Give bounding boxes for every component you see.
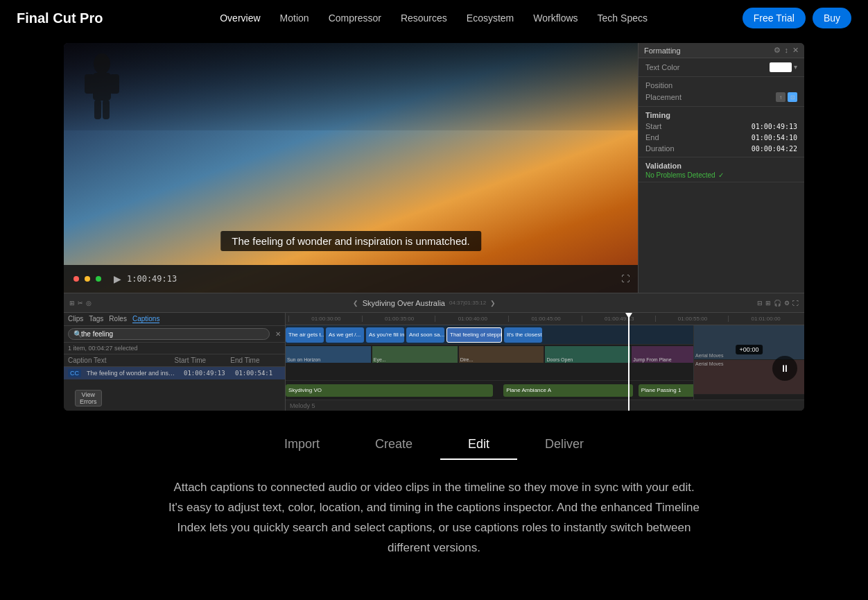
fullscreen-icon[interactable]: ⛶ xyxy=(621,274,630,284)
clip-3[interactable]: As you're fill in... xyxy=(366,327,404,343)
tab-edit[interactable]: Edit xyxy=(440,430,517,460)
settings-icon[interactable]: ⚙ xyxy=(784,300,790,307)
inspector-panel: Formatting ⚙ ↕ ✕ Text Color ▾ xyxy=(638,43,804,293)
clip-1[interactable]: The air gets t... xyxy=(286,327,324,343)
zoom-icon[interactable]: ⊟ xyxy=(757,300,763,307)
index-search-input[interactable] xyxy=(68,328,270,340)
end-value[interactable]: 01:00:54:10 xyxy=(752,134,797,142)
index-header-row: Caption Text Start Time End Time xyxy=(64,354,285,367)
chevron-right-icon[interactable]: ❯ xyxy=(490,300,496,307)
duration-value[interactable]: 00:00:04:22 xyxy=(752,145,797,153)
ruler-mark-4: 01:00:45:00 xyxy=(508,316,582,322)
video-preview: The feeling of wonder and inspiration is… xyxy=(64,43,638,293)
svg-rect-4 xyxy=(94,100,101,119)
thumb-2: Eye... xyxy=(372,346,458,363)
inspector-icon-1[interactable]: ⚙ xyxy=(774,46,781,55)
caption-icon: CC xyxy=(68,369,81,377)
placement-row: Placement ↑ ⊡ xyxy=(645,91,797,103)
clip-2[interactable]: As we get /... xyxy=(326,327,364,343)
close-dot[interactable] xyxy=(73,276,79,282)
svg-point-0 xyxy=(94,53,110,74)
timeline-index: Clips Tags Roles Captions 🔍 ✕ 1 item, 00… xyxy=(64,313,286,411)
placement-icon-1[interactable]: ↑ xyxy=(776,92,785,102)
end-row: End 01:00:54:10 xyxy=(645,132,797,143)
inspector-icon-3[interactable]: ✕ xyxy=(792,46,799,55)
timeline-window-controls: ⊞ ✂ ◎ xyxy=(69,300,92,307)
search-row: 🔍 ✕ xyxy=(64,326,285,343)
caption-start-cell: 01:00:49:13 xyxy=(184,370,229,377)
clip-5-selected[interactable]: That feeling of stepping out of... xyxy=(446,327,502,343)
play-pause-button[interactable]: ⏸ xyxy=(772,356,797,381)
playhead[interactable] xyxy=(628,313,630,411)
nav-link-compressor[interactable]: Compressor xyxy=(329,12,381,24)
nav-link-resources[interactable]: Resources xyxy=(401,12,447,24)
headphones-icon[interactable]: 🎧 xyxy=(774,300,781,307)
tab-clips[interactable]: Clips xyxy=(68,315,83,323)
nav-link-motion[interactable]: Motion xyxy=(280,12,309,24)
clip-6[interactable]: It's the closest to weightlessness... xyxy=(504,327,542,343)
svg-rect-2 xyxy=(85,74,94,94)
nav-link-overview[interactable]: Overview xyxy=(220,12,260,24)
timeline-icon-1[interactable]: ⊞ xyxy=(69,300,75,307)
time-badge: +00:00 xyxy=(736,345,763,354)
placement-icon-2[interactable]: ⊡ xyxy=(788,92,797,102)
view-errors-button[interactable]: View Errors xyxy=(75,390,102,406)
preview-dark-overlay xyxy=(64,43,638,130)
nav-link-workflows[interactable]: Workflows xyxy=(533,12,578,24)
tab-deliver[interactable]: Deliver xyxy=(517,430,611,460)
col-end-time: End Time xyxy=(230,357,281,364)
buy-button[interactable]: Buy xyxy=(813,8,851,28)
search-icon: 🔍 xyxy=(73,330,82,338)
timeline-area: ⊞ ✂ ◎ ❮ Skydiving Over Australia 04:37|0… xyxy=(64,293,804,411)
tab-tags[interactable]: Tags xyxy=(89,315,103,323)
inspector-validation-section: Validation No Problems Detected ✓ xyxy=(639,157,804,182)
free-trial-button[interactable]: Free Trial xyxy=(743,8,806,28)
ruler-mark-3: 01:00:40:00 xyxy=(435,316,508,322)
inspector-icon-2[interactable]: ↕ xyxy=(785,46,789,55)
duration-row: Duration 00:00:04:22 xyxy=(645,143,797,154)
placement-icons: ↑ ⊡ xyxy=(776,92,797,102)
start-value[interactable]: 01:00:49:13 xyxy=(752,123,797,130)
play-icon[interactable]: ▶ xyxy=(114,273,121,284)
tab-create[interactable]: Create xyxy=(347,430,440,460)
tab-import[interactable]: Import xyxy=(257,430,347,460)
color-dropdown-icon[interactable]: ▾ xyxy=(794,63,797,71)
color-swatch[interactable]: ▾ xyxy=(770,62,797,72)
tab-roles[interactable]: Roles xyxy=(109,315,127,323)
nav-link-ecosystem[interactable]: Ecosystem xyxy=(467,12,514,24)
figure-silhouette xyxy=(78,50,126,119)
thumb-4: Doors Open xyxy=(545,346,631,363)
clip-4[interactable]: And soon sa... xyxy=(406,327,444,343)
zoom-in-icon[interactable]: ⊞ xyxy=(765,300,771,307)
start-label: Start xyxy=(645,122,661,130)
svg-rect-5 xyxy=(103,100,110,119)
maximize-dot[interactable] xyxy=(96,276,101,282)
duration-label: Duration xyxy=(645,144,675,153)
project-name: Skydiving Over Australia xyxy=(363,299,445,307)
chevron-left-icon[interactable]: ❮ xyxy=(353,300,358,307)
project-duration: 04:37|01:35:12 xyxy=(449,300,486,306)
main-content: The feeling of wonder and inspiration is… xyxy=(0,36,868,586)
text-color-label: Text Color xyxy=(645,63,680,71)
timeline-icon-2[interactable]: ✂ xyxy=(78,300,83,307)
position-row: Position xyxy=(645,80,797,91)
nav-link-tech-specs[interactable]: Tech Specs xyxy=(598,12,648,24)
svg-rect-1 xyxy=(93,73,111,101)
editor-top: The feeling of wonder and inspiration is… xyxy=(64,43,804,293)
position-label: Position xyxy=(645,81,672,89)
timeline-ruler: 01:00:30:00 01:00:35:00 01:00:40:00 01:0… xyxy=(286,313,804,325)
timeline-icon-3[interactable]: ◎ xyxy=(86,300,92,307)
audio-clip-1[interactable]: Skydiving VO xyxy=(286,384,493,397)
clear-search-icon[interactable]: ✕ xyxy=(275,330,281,338)
minimize-dot[interactable] xyxy=(85,276,90,282)
timeline-main: Clips Tags Roles Captions 🔍 ✕ 1 item, 00… xyxy=(64,313,804,411)
color-swatch-box[interactable] xyxy=(770,62,792,72)
video-controls-bar: ▶ 1:00:49:13 ⛶ xyxy=(64,265,638,293)
subtitle-bar: The feeling of wonder and inspiration is… xyxy=(220,231,481,251)
nav-links: Overview Motion Compressor Resources Eco… xyxy=(125,12,742,24)
audio-clip-2[interactable]: Plane Ambiance A xyxy=(503,384,633,397)
caption-data-row[interactable]: CC The feeling of wonder and inspirati..… xyxy=(64,367,285,379)
tab-captions[interactable]: Captions xyxy=(132,315,159,323)
expand-icon[interactable]: ⛶ xyxy=(792,300,799,307)
inspector-text-color-section: Text Color ▾ xyxy=(639,58,804,77)
